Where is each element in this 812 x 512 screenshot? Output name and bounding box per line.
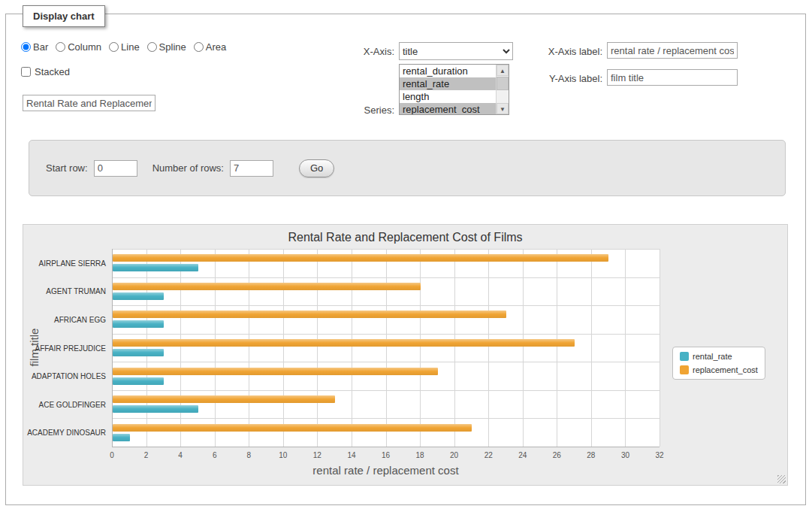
x-axis-select[interactable]: title [399,42,513,60]
scrollbar-up-icon[interactable]: ▲ [497,65,509,76]
stacked-option[interactable]: Stacked [21,66,70,77]
number-of-rows-label: Number of rows: [152,162,224,174]
category-label: ADAPTATION HOLES [23,372,106,380]
legend-swatch-rental_rate [680,352,689,361]
bar-rental_rate [113,405,198,413]
category-label: ACE GOLDFINGER [23,401,106,409]
resize-handle-icon[interactable] [777,475,786,483]
bar-replacement_cost [113,395,335,403]
gridline-y [112,249,660,250]
category-label: AGENT TRUMAN [23,287,106,295]
gridline-x [591,249,592,447]
bar-replacement_cost [113,283,421,290]
fieldset-legend: Display chart [23,5,105,27]
gridline-x [557,249,557,447]
x-tick-label: 2 [134,451,159,459]
gridline-x [386,249,387,447]
gridline-x [180,249,181,447]
x-tick-label: 14 [339,451,364,459]
chart-type-area[interactable]: Area [194,41,226,53]
series-label: Series: [334,105,394,116]
chart-title: Rental Rate and Replacement Cost of Film… [23,231,787,244]
legend-item-replacement_cost[interactable]: replacement_cost [680,365,758,374]
gridline-x [454,249,455,447]
bar-replacement_cost [113,339,575,347]
category-label: AIRPLANE SIERRA [23,259,106,268]
x-tick-label: 12 [304,451,330,459]
series-listbox[interactable]: rental_durationrental_ratelengthreplacem… [399,64,509,115]
x-tick-label: 32 [647,451,672,459]
x-tick-label: 4 [168,451,193,459]
chart-type-radio-bar[interactable] [21,42,31,52]
series-option-length[interactable]: length [400,90,496,103]
x-tick-label: 0 [99,451,125,459]
rows-panel: Start row: Number of rows: Go [29,140,786,196]
gridline-y [112,277,660,278]
x-axis-title: rental rate / replacement cost [112,464,660,477]
series-options: rental_durationrental_ratelengthreplacem… [400,65,496,114]
y-axis-line [112,249,113,447]
gridline-y [112,334,660,335]
series-scrollbar[interactable]: ▲ ▼ [496,65,509,114]
legend-item-rental_rate[interactable]: rental_rate [680,352,758,361]
gridline-x [317,249,318,447]
category-label: AFFAIR PREJUDICE [23,344,106,353]
stacked-checkbox[interactable] [21,67,31,77]
gridline-x [420,249,421,447]
series-option-replacement_cost[interactable]: replacement_cost [400,103,496,114]
bar-replacement_cost [113,254,608,262]
x-tick-label: 16 [373,451,399,459]
chart-type-label-bar: Bar [33,41,48,53]
legend-label-replacement_cost: replacement_cost [693,365,758,374]
chart-type-radio-line[interactable] [109,42,119,52]
bar-rental_rate [113,320,164,328]
x-axis-label-label: X-Axis label: [521,46,602,57]
gridline-x [523,249,524,447]
x-axis-select-label: X-Axis: [334,46,394,57]
x-tick-label: 10 [270,451,296,459]
gridline-x [215,249,216,447]
stacked-label: Stacked [35,66,70,77]
chart-type-label-spline: Spline [159,41,186,53]
bar-rental_rate [113,292,164,300]
y-axis-label-input[interactable] [607,69,738,86]
gridline-x [352,249,352,447]
bar-rental_rate [113,264,198,271]
x-tick-label: 8 [236,451,261,459]
chart-type-label-column: Column [68,41,101,53]
chart-type-column[interactable]: Column [56,41,101,53]
chart-type-radio-spline[interactable] [147,42,157,52]
bar-replacement_cost [113,311,506,318]
x-tick-label: 28 [578,451,604,459]
legend-label-rental_rate: rental_rate [693,352,732,361]
series-option-rental_rate[interactable]: rental_rate [400,77,496,90]
x-tick-label: 22 [475,451,501,459]
chart-type-group: BarColumnLineSplineArea [21,41,226,53]
x-tick-label: 24 [510,451,536,459]
scrollbar-down-icon[interactable]: ▼ [497,103,509,114]
category-label: AFRICAN EGG [23,316,106,324]
chart-panel: Rental Rate and Replacement Cost of Film… [23,224,788,486]
start-row-input[interactable] [94,160,137,177]
x-tick-label: 6 [202,451,228,459]
chart-type-spline[interactable]: Spline [147,41,186,53]
gridline-y [112,305,660,306]
chart-title-input[interactable] [23,95,155,111]
chart-type-bar[interactable]: Bar [21,41,48,53]
legend-swatch-replacement_cost [680,365,689,374]
chart-legend: rental_ratereplacement_cost [672,347,765,380]
chart-type-label-line: Line [121,41,140,53]
bar-rental_rate [113,434,130,441]
chart-type-radio-column[interactable] [56,42,65,52]
x-tick-label: 20 [442,451,467,459]
x-axis-label-input[interactable] [607,42,738,59]
scrollbar-thumb[interactable] [497,77,509,90]
go-button[interactable]: Go [299,159,334,177]
chart-type-radio-area[interactable] [194,42,204,52]
chart-type-line[interactable]: Line [109,41,140,53]
gridline-y [112,362,660,362]
number-of-rows-input[interactable] [230,160,273,177]
series-option-rental_duration[interactable]: rental_duration [400,65,496,77]
gridline-x [488,249,489,447]
gridline-x [625,249,626,447]
